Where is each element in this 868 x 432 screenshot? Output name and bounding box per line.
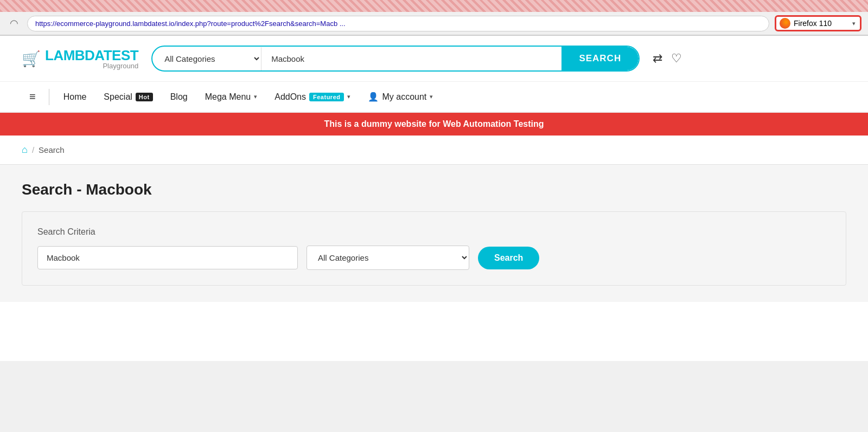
nav-item-my-account[interactable]: 👤 My account ▾	[359, 82, 442, 112]
header-icons: ⇄ ♡	[653, 51, 682, 66]
page-title: Search - Macbook	[22, 181, 846, 198]
nav-item-home[interactable]: Home	[55, 82, 95, 112]
wishlist-icon[interactable]: ♡	[671, 51, 682, 66]
criteria-inputs: All Categories Desktops Laptops & Notebo…	[37, 246, 831, 270]
featured-badge: Featured	[309, 93, 344, 101]
promo-banner: This is a dummy website for Web Automati…	[0, 113, 868, 136]
header-search-button[interactable]: SEARCH	[561, 47, 639, 70]
firefox-icon	[780, 18, 790, 29]
chevron-down-icon: ▾	[347, 93, 350, 100]
tab-bar	[0, 0, 868, 12]
logo-stacked: LAMBDATEST Playground	[45, 47, 138, 70]
criteria-label: Search Criteria	[37, 227, 831, 237]
search-criteria-box: Search Criteria All Categories Desktops …	[22, 211, 846, 286]
chevron-down-icon: ▾	[254, 93, 257, 100]
criteria-category-select[interactable]: All Categories Desktops Laptops & Notebo…	[307, 246, 469, 270]
globe-icon: ◠	[7, 16, 22, 31]
browser-select[interactable]: Firefox 110	[794, 19, 843, 28]
hamburger-button[interactable]: ≡	[22, 82, 43, 112]
header-search-bar: All Categories Desktops Laptops & Notebo…	[151, 46, 640, 72]
breadcrumb-separator: /	[32, 145, 34, 154]
nav-divider	[49, 89, 49, 105]
user-icon: 👤	[368, 92, 379, 102]
breadcrumb-current: Search	[39, 145, 65, 154]
criteria-search-input[interactable]	[37, 246, 298, 269]
breadcrumb-home-icon[interactable]: ⌂	[22, 144, 28, 156]
logo-cart-icon: 🛒	[22, 50, 41, 68]
header-category-select[interactable]: All Categories Desktops Laptops & Notebo…	[152, 47, 261, 70]
hot-badge: Hot	[136, 93, 153, 101]
chevron-down-icon: ▾	[852, 20, 856, 27]
chevron-down-icon: ▾	[430, 93, 433, 100]
brand-sub: Playground	[45, 62, 138, 70]
browser-chrome: ◠ Firefox 110 ▾	[0, 0, 868, 36]
nav-item-mega-menu[interactable]: Mega Menu ▾	[196, 82, 266, 112]
nav-item-blog[interactable]: Blog	[162, 82, 196, 112]
nav-item-addons[interactable]: AddOns Featured ▾	[266, 82, 359, 112]
breadcrumb: ⌂ / Search	[0, 136, 868, 165]
criteria-search-button[interactable]: Search	[478, 247, 539, 269]
address-input[interactable]	[27, 16, 769, 31]
site-nav: ≡ Home Special Hot Blog Mega Menu ▾ AddO…	[0, 82, 868, 113]
site-wrapper: 🛒 LAMBDATEST Playground All Categories D…	[0, 36, 868, 361]
browser-selector[interactable]: Firefox 110 ▾	[775, 15, 861, 31]
compare-icon[interactable]: ⇄	[653, 51, 662, 66]
nav-item-special[interactable]: Special Hot	[95, 82, 161, 112]
main-content: Search - Macbook Search Criteria All Cat…	[0, 165, 868, 302]
address-bar-row: ◠ Firefox 110 ▾	[0, 12, 868, 35]
header-search-input[interactable]	[261, 48, 561, 70]
logo[interactable]: 🛒 LAMBDATEST Playground	[22, 47, 138, 70]
site-header: 🛒 LAMBDATEST Playground All Categories D…	[0, 36, 868, 82]
